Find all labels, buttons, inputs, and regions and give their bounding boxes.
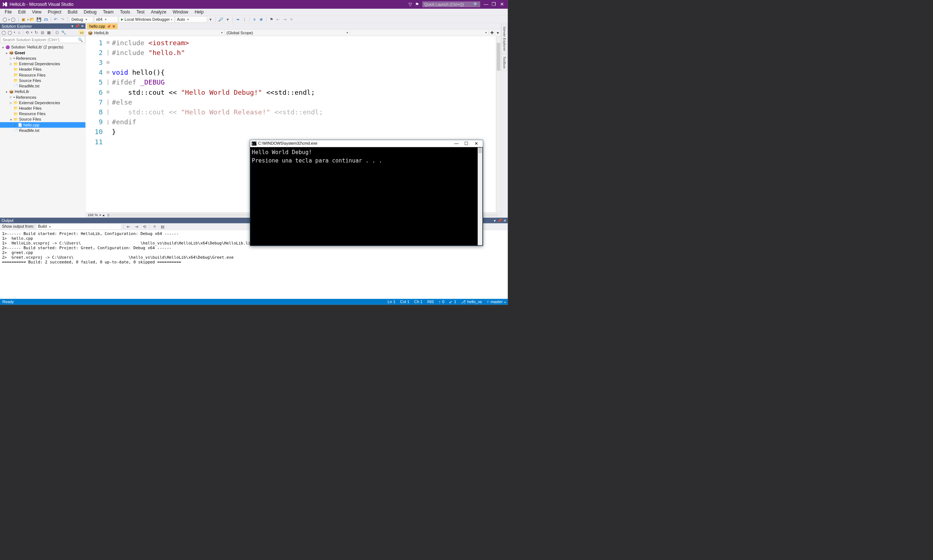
hellolib-resource-files[interactable]: 📁Resource Files [0,111,86,117]
editor-vscrollbar[interactable] [496,36,501,212]
back-icon[interactable]: ◯ [8,30,12,35]
status-pull[interactable]: ↙1 [449,300,456,304]
solution-tree[interactable]: ▲🟣Solution 'HelloLib' (2 projects) ▲📦Gre… [0,44,86,217]
fold-gutter[interactable]: ⊟│⊟⊟│⊟││⌊ [106,36,111,212]
greet-header-files[interactable]: 📁Header Files [0,67,86,72]
notification-icon[interactable]: ▽ [408,2,412,7]
project-greet[interactable]: ▲📦Greet [0,50,86,55]
bookmark-button[interactable]: ⚑ [268,16,274,22]
solution-explorer-header[interactable]: Solution Explorer ▾📌✕ [0,23,86,29]
forward-button[interactable]: ◯ [10,16,16,22]
showall-icon[interactable]: ▦ [47,30,51,35]
console-minimize[interactable]: — [451,141,461,146]
new-project-button[interactable]: ▣ [20,16,26,22]
code-icon[interactable]: ⟨⟩ [55,30,59,35]
step-into-button[interactable]: ⇥ [235,16,240,22]
quick-launch-input[interactable]: Quick Launch (Ctrl+Q) 🔍 [422,2,480,7]
prop-icon[interactable]: 🔧 [61,30,66,35]
toolbar-dropdown-2[interactable]: ▾ [225,16,230,22]
close-tab-icon[interactable]: ✕ [112,24,115,28]
pin-icon[interactable]: 📌 [497,218,502,223]
dropdown-icon[interactable]: ▾ [494,30,500,35]
output-source-combo[interactable]: Build▾ [36,224,122,229]
close-panel-icon[interactable]: ✕ [81,24,84,28]
feedback-icon[interactable]: ⚑ [415,2,419,7]
zoom-combo[interactable]: 192 % [88,213,98,217]
clear-icon[interactable]: ⟲ [142,224,147,229]
restore-button[interactable]: ❐ [490,2,498,7]
pin-icon[interactable]: 📌 [75,24,80,28]
undo-button[interactable]: ↶ [53,16,59,22]
greet-references[interactable]: ▷▪References [0,55,86,61]
status-push[interactable]: ↑0 [439,300,445,304]
status-repo[interactable]: ⎇hello_vs [461,300,482,304]
solution-search-input[interactable]: Search Solution Explorer (Ctrl+')🔍 [1,37,85,43]
clear-bookmarks-button[interactable]: ✕ [289,16,294,22]
status-branch[interactable]: ⑂master▴ [487,300,505,304]
hellolib-source-files[interactable]: ▲📁Source Files [0,117,86,122]
start-debugging-button[interactable]: ▶Local Windows Debugger▾ [119,16,174,22]
hscroll-left[interactable]: ◂ [102,213,104,217]
menu-help[interactable]: Help [191,9,207,16]
toolbox-tab[interactable]: Toolbox [501,54,507,71]
home2-icon[interactable]: ⌂ [17,30,22,35]
menu-build[interactable]: Build [65,9,80,16]
toggle-icon[interactable]: ▤ [160,224,165,229]
console-maximize[interactable]: ☐ [461,141,471,146]
menu-window[interactable]: Window [169,9,191,16]
solution-node[interactable]: ▲🟣Solution 'HelloLib' (2 projects) [0,45,86,50]
hellolib-readme[interactable]: 📄ReadMe.txt [0,128,86,133]
hellolib-references[interactable]: ▷▪References [0,94,86,100]
nav-project-combo[interactable]: 📦HelloLib▾ [86,30,225,35]
uncomment-button[interactable]: ≢ [259,16,264,22]
dropdown-icon[interactable]: ▾ [71,24,73,28]
save-button[interactable]: 💾 [36,16,42,22]
tab-hello-cpp[interactable]: hello.cpp📌✕ [87,23,117,29]
greet-source-files[interactable]: 📁Source Files [0,78,86,83]
console-close[interactable]: ✕ [471,141,481,146]
platform-combo[interactable]: x64▾ [94,16,118,22]
close-button[interactable]: ✕ [498,2,506,7]
pin-icon[interactable]: 📌 [107,25,111,28]
menu-project[interactable]: Project [45,9,65,16]
preview-icon[interactable]: ▭ [79,29,84,35]
greet-external-deps[interactable]: ▷📁External Dependencies [0,61,86,67]
redo-button[interactable]: ↷ [59,16,65,22]
open-file-button[interactable]: 📂 [29,16,35,22]
hellolib-external-deps[interactable]: ▷📁External Dependencies [0,100,86,105]
menu-team[interactable]: Team [100,9,117,16]
hellolib-hello-cpp[interactable]: ▷📄hello.cpp [0,122,86,128]
minimize-button[interactable]: — [482,2,490,7]
prev-bookmark-button[interactable]: ⇤ [275,16,281,22]
home-icon[interactable]: ◯ [1,30,6,35]
next-icon[interactable]: ⇥ [133,224,139,229]
console-window[interactable]: c:\ C:\WINDOWS\system32\cmd.exe — ☐ ✕ He… [250,140,483,246]
nav-member-combo[interactable]: ▾ [350,31,489,34]
zoom-arrow[interactable]: ▾ [100,214,101,217]
next-bookmark-button[interactable]: ⇥ [282,16,288,22]
toolbar-dropdown[interactable]: ▾ [208,16,214,22]
threads-combo[interactable]: Auto▾ [175,16,207,22]
save-all-button[interactable]: 🗃 [43,16,48,22]
collapse-icon[interactable]: ⊟ [40,30,45,35]
project-hellolib[interactable]: ▲📦HelloLib [0,89,86,94]
console-vscrollbar[interactable] [478,148,482,245]
greet-readme[interactable]: 📄ReadMe.txt [0,83,86,89]
menu-test[interactable]: Test [133,9,148,16]
refresh-icon[interactable]: ↻ [34,30,38,35]
greet-resource-files[interactable]: 📁Resource Files [0,72,86,78]
hellolib-header-files[interactable]: 📁Header Files [0,106,86,111]
menu-analyze[interactable]: Analyze [148,9,169,16]
close-panel-icon[interactable]: ✕ [503,218,506,223]
sync-icon[interactable]: ⟲ [25,30,29,35]
menu-view[interactable]: View [29,9,45,16]
split-icon[interactable]: ✚ [489,30,494,35]
step-over-button[interactable]: ⤵ [241,16,247,22]
comment-button[interactable]: ≡ [251,16,257,22]
find-button[interactable]: 🔎 [218,16,224,22]
find-icon[interactable]: ⇤ [126,224,132,229]
wordwrap-icon[interactable]: ≡ [152,224,157,229]
configuration-combo[interactable]: Debug▾ [69,16,93,22]
nav-scope-combo[interactable]: (Global Scope)▾ [225,31,350,35]
menu-tools[interactable]: Tools [117,9,133,16]
